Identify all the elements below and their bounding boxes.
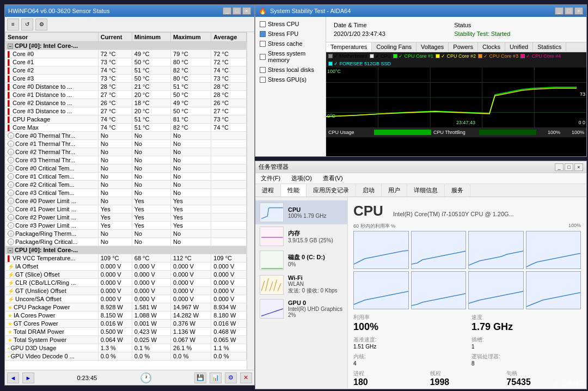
stress-fpu-item[interactable]: Stress FPU	[255, 29, 326, 39]
sidebar-disk[interactable]: 磁盘 0 (C: D:) 0%	[255, 248, 347, 272]
stress-gpu-item[interactable]: Stress GPU(s)	[255, 75, 326, 84]
stress-disk-check[interactable]	[260, 67, 266, 73]
tab-powers[interactable]: Powers	[449, 42, 478, 52]
sensor-current: 0.000 V	[101, 288, 121, 294]
tab-app-history[interactable]: 应用历史记录	[307, 184, 356, 197]
toolbar-btn-1[interactable]: ≡	[7, 19, 19, 30]
group-icon: −	[8, 248, 13, 253]
stress-fpu-check[interactable]	[260, 31, 266, 37]
sensor-name: CLR (CBo/LLC/Ring ...	[15, 279, 76, 286]
sensor-average: 28 °C	[213, 91, 229, 98]
stress-memory-check[interactable]	[260, 54, 266, 60]
table-row: ○Core #0 Power Limit ...NoYesYes	[5, 197, 247, 205]
sensor-maximum: 0.000 V	[173, 288, 194, 294]
tab-startup[interactable]: 启动	[356, 184, 382, 197]
tab-voltages[interactable]: Voltages	[416, 42, 449, 52]
chart-icon-btn[interactable]: 📊	[210, 372, 222, 383]
cpu-res-info: CPU 100% 1.79 GHz	[288, 206, 343, 219]
wifi-speed-value: 发送: 0 接收: 0 Kbps	[288, 287, 343, 295]
hwinfo-content: Sensor Current Minimum Maximum Average −…	[5, 32, 254, 370]
stress-cache-check[interactable]	[260, 41, 266, 47]
table-row: ▌Core Max74 °C51 °C82 °C74 °C	[5, 124, 247, 132]
sensor-minimum: No	[134, 181, 142, 188]
chart-header: 60 秒内的利用率 % 100%	[353, 223, 581, 230]
tab-details[interactable]: 详细信息	[407, 184, 445, 197]
nav-right-btn[interactable]: ►	[22, 372, 34, 383]
stress-memory-item[interactable]: Stress system memory	[255, 48, 326, 65]
sensor-maximum: No	[173, 239, 181, 245]
taskman-close-btn[interactable]: ×	[574, 163, 583, 171]
sensor-current: 74 °C	[101, 124, 116, 131]
sensor-name: Core #3 Power Limit ...	[15, 222, 76, 229]
tab-services[interactable]: 服务	[445, 184, 470, 197]
stress-cpu-item[interactable]: Stress CPU	[255, 19, 326, 29]
sensor-maximum: No	[173, 181, 181, 188]
aida-chart-area: ✓ Motherboard ✓ CPU ✓ CPU Core #1 ✓ CPU …	[326, 52, 586, 156]
sensor-group-header: −CPU [#0]: Intel Core-...	[5, 246, 247, 254]
menu-file[interactable]: 文件(F)	[259, 174, 283, 183]
close-icon-btn[interactable]: ✕	[240, 372, 252, 383]
legend-core1: ✓ CPU Core #1	[393, 53, 433, 59]
toolbar-btn-2[interactable]: ↺	[21, 19, 33, 30]
sidebar-wifi[interactable]: Wi-Fi WLAN 发送: 0 接收: 0 Kbps	[255, 272, 347, 297]
sensor-current: No	[101, 165, 108, 172]
sensor-minimum: 68 °C	[134, 255, 150, 261]
taskman-maximize-btn[interactable]: □	[565, 163, 573, 171]
gpu-res-value: Intel(R) UHD Graphics	[288, 306, 343, 312]
temp-icon: ▌	[8, 68, 11, 74]
aida-close-btn[interactable]: ×	[574, 7, 583, 15]
handle-label: 句柄	[506, 370, 581, 377]
power-icon: ★	[8, 329, 13, 335]
sensor-current: 0.016 W	[101, 320, 123, 327]
sensor-average: 0.000 V	[213, 271, 234, 278]
cpu-header-area: CPU Intel(R) Core(TM) i7-10510Y CPU @ 1.…	[353, 203, 581, 219]
save-icon-btn[interactable]: 💾	[194, 372, 206, 383]
menu-options[interactable]: 选项(O)	[289, 174, 314, 183]
throttle-icon: ○	[8, 181, 14, 188]
hwinfo-close-btn[interactable]: ×	[242, 7, 251, 15]
stress-cpu-check[interactable]	[260, 21, 266, 27]
tab-process[interactable]: 进程	[255, 184, 281, 197]
table-row: ★CPU Package Power8.928 W1.581 W14.967 W…	[5, 303, 247, 311]
tab-cooling-fans[interactable]: Cooling Fans	[372, 42, 416, 52]
stress-cache-item[interactable]: Stress cache	[255, 39, 326, 48]
sidebar-gpu[interactable]: GPU 0 Intel(R) UHD Graphics 2%	[255, 297, 347, 321]
tab-unified[interactable]: Unified	[505, 42, 533, 52]
settings-icon-btn[interactable]: ⚙	[225, 372, 237, 383]
socket-label: 插槽:	[471, 336, 581, 344]
hwinfo-maximize-btn[interactable]: □	[232, 7, 241, 15]
tab-users[interactable]: 用户	[382, 184, 407, 197]
mem-mini-chart-thumb	[260, 227, 284, 246]
stress-gpu-label: Stress GPU(s)	[268, 76, 307, 83]
col-average: Average	[211, 33, 247, 42]
taskman-minimize-btn[interactable]: _	[555, 163, 564, 171]
table-row: ★Total DRAM Power0.500 W0.423 W1.136 W0.…	[5, 328, 247, 336]
aida-minimize-btn[interactable]: _	[555, 7, 564, 15]
aida-maximize-btn[interactable]: □	[565, 7, 573, 15]
temp-icon: ▌	[8, 255, 11, 261]
stress-disk-item[interactable]: Stress local disks	[255, 65, 326, 75]
table-row: ▌Core #3 Distance to ...27 °C20 °C50 °C2…	[5, 107, 247, 115]
tab-performance[interactable]: 性能	[281, 184, 307, 197]
sidebar-memory[interactable]: 内存 3.9/15.9 GB (25%)	[255, 224, 347, 248]
legend-core2-label: ✓ CPU Core #2	[441, 53, 476, 59]
tab-temperatures[interactable]: Temperatures	[326, 42, 372, 52]
cpu-mini-chart-thumb	[260, 203, 284, 222]
sensor-minimum: No	[134, 140, 142, 147]
power-icon: ★	[8, 304, 13, 310]
tab-statistics[interactable]: Statistics	[533, 42, 566, 52]
table-row: ▌Core #072 °C49 °C79 °C72 °C	[5, 50, 247, 58]
nav-left-btn[interactable]: ◄	[7, 372, 19, 383]
sensor-table-area[interactable]: Sensor Current Minimum Maximum Average −…	[5, 32, 247, 370]
sensor-minimum: No	[134, 239, 142, 245]
sensor-current: No	[101, 132, 108, 139]
hwinfo-minimize-btn[interactable]: _	[223, 7, 231, 15]
sidebar-cpu[interactable]: CPU 100% 1.79 GHz	[255, 200, 347, 224]
menu-view[interactable]: 查看(V)	[321, 174, 345, 183]
sensor-maximum: 0.376 W	[173, 320, 195, 327]
toolbar-btn-3[interactable]: ⚙	[35, 19, 47, 30]
hwinfo-scrollbar[interactable]	[247, 32, 254, 370]
stress-gpu-check[interactable]	[260, 77, 266, 83]
sensor-average: 8.180 W	[213, 312, 236, 319]
tab-clocks[interactable]: Clocks	[478, 42, 505, 52]
